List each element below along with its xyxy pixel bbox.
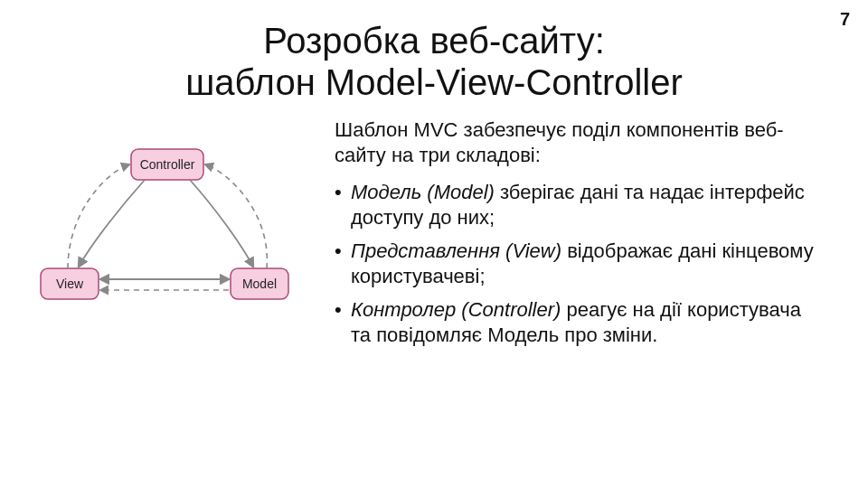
node-model-label: Model: [242, 277, 277, 291]
edge-model-to-controller: [205, 164, 267, 268]
node-view-label: View: [56, 277, 84, 291]
edge-controller-to-view: [79, 180, 145, 267]
bullet-item: • Модель (Model) зберігає дані та надає …: [335, 180, 814, 230]
slide-title: Розробка веб-сайту: шаблон Model-View-Co…: [0, 20, 868, 103]
node-view: View: [41, 268, 99, 299]
bullet-marker: •: [335, 180, 351, 230]
node-controller-label: Controller: [140, 157, 195, 172]
bullet-term: Модель (Model): [351, 181, 495, 203]
edge-view-to-controller: [68, 164, 129, 268]
text-column: Шаблон MVC забезпечує поділ компонентів …: [335, 117, 841, 356]
bullet-marker: •: [335, 239, 351, 288]
mvc-diagram: Controller View Model: [23, 133, 312, 341]
node-model: Model: [231, 268, 288, 299]
node-controller: Controller: [131, 149, 203, 180]
bullet-item: • Представлення (View) відображає дані к…: [335, 239, 814, 288]
bullet-body: Контролер (Controller) реагує на дії кор…: [351, 297, 814, 347]
bullet-term: Контролер (Controller): [351, 298, 561, 321]
mvc-diagram-area: Controller View Model: [0, 117, 335, 356]
edge-controller-to-model: [190, 180, 253, 267]
bullet-term: Представлення (View): [351, 239, 561, 262]
bullet-item: • Контролер (Controller) реагує на дії к…: [335, 297, 814, 347]
title-line-1: Розробка веб-сайту:: [263, 21, 605, 61]
content-row: Controller View Model: [0, 117, 868, 356]
title-line-2: шаблон Model-View-Controller: [185, 62, 683, 102]
slide: 7 Розробка веб-сайту: шаблон Model-View-…: [0, 0, 868, 488]
bullet-body: Модель (Model) зберігає дані та надає ін…: [351, 180, 814, 230]
intro-text: Шаблон MVC забезпечує поділ компонентів …: [335, 117, 814, 167]
bullet-marker: •: [335, 297, 351, 347]
bullet-body: Представлення (View) відображає дані кін…: [351, 239, 814, 288]
